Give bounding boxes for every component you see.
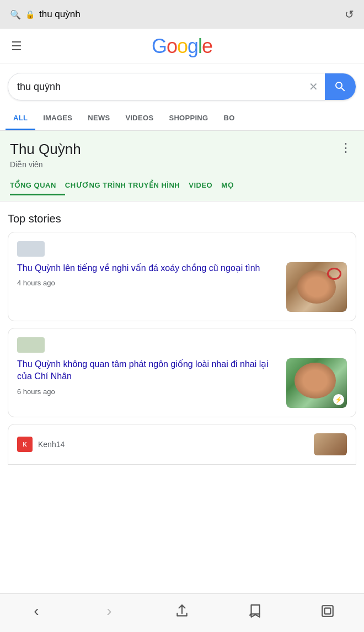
story-image-visual-2: ⚡: [286, 358, 347, 408]
share-button[interactable]: [165, 599, 199, 623]
story-content-row-1: Thu Quỳnh lên tiếng về nghi vấn đá xoáy …: [17, 262, 347, 312]
story-title-2[interactable]: Thu Quỳnh không quan tâm phát ngôn giống…: [17, 358, 280, 383]
kenh14-label: Kenh14: [38, 440, 65, 449]
tab-images[interactable]: IMAGES: [35, 107, 80, 130]
story-card-2[interactable]: Thu Quỳnh không quan tâm phát ngôn giống…: [8, 328, 356, 417]
address-bar-content[interactable]: 🔍 🔒 thu quỳnh: [10, 9, 345, 20]
tab-videos[interactable]: VIDEOS: [117, 107, 161, 130]
logo-o1: o: [167, 35, 177, 57]
svg-rect-0: [322, 606, 333, 617]
kp-title-block: Thu Quỳnh Diễn viên: [10, 141, 81, 169]
search-tabs: ALL IMAGES NEWS VIDEOS SHOPPING BO: [0, 107, 364, 131]
bottom-nav: ‹ ›: [0, 593, 364, 632]
story-image-1: [286, 262, 347, 312]
search-icon: [334, 80, 347, 93]
tab-shopping[interactable]: SHOPPING: [161, 107, 216, 130]
kp-title: Thu Quỳnh: [10, 141, 81, 158]
kp-header: Thu Quỳnh Diễn viên ⋮: [10, 141, 354, 169]
story-card-1[interactable]: Thu Quỳnh lên tiếng về nghi vấn đá xoáy …: [8, 232, 356, 321]
kenh14-logo: K: [17, 437, 33, 452]
kp-tab-video[interactable]: VIDEO: [189, 177, 221, 195]
address-text: thu quỳnh: [39, 9, 81, 20]
back-icon: ‹: [34, 602, 39, 620]
forward-button[interactable]: ›: [93, 599, 126, 623]
story-source-logo-2: [17, 337, 45, 353]
forward-icon: ›: [106, 602, 111, 620]
kp-tab-shows[interactable]: CHƯƠNG TRÌNH TRUYỀN HÌNH: [65, 177, 189, 195]
story-time-2: 6 hours ago: [17, 387, 280, 396]
kp-subtitle: Diễn viên: [10, 160, 81, 169]
logo-e: e: [202, 35, 212, 57]
hamburger-menu[interactable]: ☰: [11, 39, 22, 54]
search-bar[interactable]: ✕: [8, 73, 356, 100]
bookmarks-button[interactable]: [238, 599, 271, 623]
address-bar: 🔍 🔒 thu quỳnh ↺: [0, 0, 364, 29]
story-text-2: Thu Quỳnh không quan tâm phát ngôn giống…: [17, 358, 280, 396]
kp-tab-overview[interactable]: TỔNG QUAN: [10, 177, 65, 195]
lock-icon: 🔒: [25, 10, 35, 19]
share-icon: [175, 604, 189, 618]
logo-g2: g: [188, 35, 198, 57]
story-image-2: ⚡: [286, 358, 347, 408]
lightning-badge: ⚡: [333, 394, 344, 405]
tabs-icon: [320, 604, 335, 618]
clear-button[interactable]: ✕: [302, 80, 325, 93]
search-button[interactable]: [325, 73, 356, 100]
google-logo: Google: [152, 35, 212, 58]
story-card-3-partial[interactable]: K Kenh14: [8, 424, 356, 465]
top-stories-heading: Top stories: [8, 213, 356, 225]
logo-o2: o: [177, 35, 188, 57]
story-source-logo-1: [17, 241, 45, 257]
knowledge-panel: Thu Quỳnh Diễn viên ⋮ TỔNG QUAN CHƯƠNG T…: [0, 131, 364, 201]
story-text-1: Thu Quỳnh lên tiếng về nghi vấn đá xoáy …: [17, 262, 280, 287]
search-input[interactable]: [8, 81, 302, 93]
reload-button[interactable]: ↺: [345, 8, 354, 21]
story-source-row-1: [17, 241, 347, 257]
story-content-row-2: Thu Quỳnh không quan tâm phát ngôn giống…: [17, 358, 347, 408]
tab-all[interactable]: ALL: [6, 107, 35, 130]
story-source-row-2: [17, 337, 347, 353]
search-icon-addr: 🔍: [10, 9, 21, 20]
tabs-button[interactable]: [311, 599, 344, 623]
back-button[interactable]: ‹: [20, 599, 53, 623]
partial-story-image: [314, 433, 347, 455]
kp-tab-more[interactable]: MỌ: [221, 177, 242, 195]
tab-news[interactable]: NEWS: [80, 107, 117, 130]
tab-more[interactable]: BO: [216, 107, 242, 130]
kp-tabs: TỔNG QUAN CHƯƠNG TRÌNH TRUYỀN HÌNH VIDEO…: [10, 177, 354, 195]
search-bar-container: ✕: [0, 64, 364, 100]
kp-more-button[interactable]: ⋮: [338, 141, 354, 155]
story-image-visual-1: [286, 262, 347, 312]
story-title-1[interactable]: Thu Quỳnh lên tiếng về nghi vấn đá xoáy …: [17, 262, 280, 274]
story-time-1: 4 hours ago: [17, 279, 280, 287]
logo-g: G: [152, 35, 167, 57]
svg-rect-1: [325, 608, 331, 614]
top-stories-section: Top stories Thu Quỳnh lên tiếng về nghi …: [0, 201, 364, 470]
bookmarks-icon: [248, 604, 262, 618]
google-header: ☰ Google: [0, 29, 364, 64]
